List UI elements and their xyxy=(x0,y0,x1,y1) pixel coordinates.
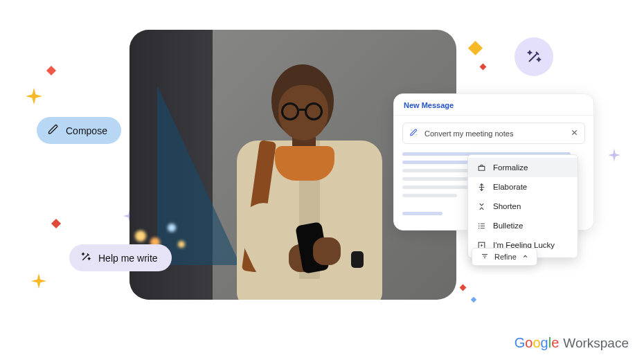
decoration-diamond xyxy=(468,41,483,55)
decoration-diamond xyxy=(480,64,487,71)
decoration-diamond xyxy=(46,66,56,75)
compose-button[interactable]: Compose xyxy=(37,117,121,144)
prompt-text: Convert my meeting notes xyxy=(424,129,513,138)
magic-wand-badge xyxy=(515,37,553,76)
briefcase-icon xyxy=(476,163,486,172)
filter-icon xyxy=(481,252,489,262)
menu-label: Formalize xyxy=(493,163,528,172)
menu-item-formalize[interactable]: Formalize xyxy=(468,158,578,177)
chevron-up-icon xyxy=(522,253,528,261)
refine-button[interactable]: Refine xyxy=(472,248,537,266)
menu-label: Shorten xyxy=(493,202,521,210)
help-me-write-button[interactable]: Help me write xyxy=(69,244,172,271)
prompt-input[interactable]: Convert my meeting notes xyxy=(402,123,585,144)
close-icon[interactable] xyxy=(571,129,578,138)
google-workspace-logo: Google Workspace xyxy=(515,335,629,351)
menu-label: Bulletize xyxy=(493,221,523,230)
svg-point-4 xyxy=(478,227,479,228)
decoration-diamond xyxy=(460,284,467,291)
panel-title: New Message xyxy=(394,94,593,116)
decoration-diamond xyxy=(51,219,61,228)
collapse-icon xyxy=(476,201,486,211)
magic-wand-icon xyxy=(80,251,91,264)
svg-point-3 xyxy=(478,225,479,226)
menu-item-shorten[interactable]: Shorten xyxy=(468,197,578,216)
menu-item-elaborate[interactable]: Elaborate xyxy=(468,177,578,197)
sparkle-icon xyxy=(26,88,42,105)
svg-point-2 xyxy=(478,223,479,224)
refine-menu: Formalize Elaborate Shorten Bulletize I'… xyxy=(467,154,578,258)
sparkle-icon xyxy=(608,149,620,161)
svg-point-1 xyxy=(411,129,412,130)
menu-label: Elaborate xyxy=(493,183,527,191)
svg-point-0 xyxy=(416,134,417,135)
expand-vertical-icon xyxy=(476,182,486,192)
compose-panel: New Message Convert my meeting notes xyxy=(393,93,594,230)
magic-pencil-icon xyxy=(409,128,418,138)
decoration-diamond xyxy=(471,297,476,302)
pencil-icon xyxy=(48,124,59,137)
list-icon xyxy=(476,221,486,230)
compose-label: Compose xyxy=(66,125,107,136)
menu-item-bulletize[interactable]: Bulletize xyxy=(468,216,578,235)
help-me-write-label: Help me write xyxy=(98,253,158,264)
refine-label: Refine xyxy=(494,253,517,261)
sparkle-icon xyxy=(31,273,46,289)
